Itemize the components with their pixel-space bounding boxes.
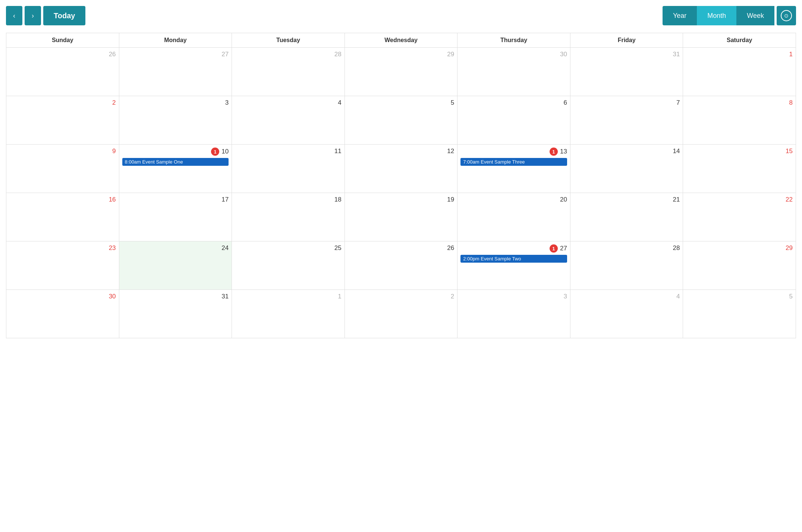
date-number: 12 <box>447 148 454 155</box>
cell-date: 8 <box>686 99 793 107</box>
cell-date: 21 <box>573 196 680 203</box>
cell-date: 2 <box>9 99 116 107</box>
date-number: 26 <box>109 51 116 58</box>
calendar-cell[interactable]: 25 <box>232 241 345 290</box>
date-number: 14 <box>673 148 680 155</box>
year-view-button[interactable]: Year <box>663 6 697 25</box>
cell-date: 22 <box>686 196 793 203</box>
calendar-cell[interactable]: 9 <box>6 145 119 193</box>
calendar-cell[interactable]: 26 <box>345 241 458 290</box>
date-number: 24 <box>221 244 229 252</box>
next-button[interactable]: › <box>25 6 41 25</box>
date-number: 4 <box>338 99 341 107</box>
cell-date: 17 <box>122 196 229 203</box>
date-number: 27 <box>221 51 229 58</box>
calendar-cell[interactable]: 24 <box>119 241 232 290</box>
calendar-cell[interactable]: 22 <box>683 193 796 241</box>
download-button[interactable]: ⊙ <box>777 6 796 25</box>
calendar-cell[interactable]: 3 <box>119 96 232 145</box>
date-number: 29 <box>786 244 793 252</box>
date-number: 30 <box>560 51 567 58</box>
calendar-grid: 2627282930311234567891108:00am Event Sam… <box>6 48 796 338</box>
calendar-cell[interactable]: 2 <box>6 96 119 145</box>
calendar-cell[interactable]: 15 <box>683 145 796 193</box>
calendar-cell[interactable]: 17 <box>119 193 232 241</box>
calendar-cell[interactable]: 1272:00pm Event Sample Two <box>457 241 570 290</box>
calendar-cell[interactable]: 2 <box>345 290 458 338</box>
calendar-cell[interactable]: 3 <box>457 290 570 338</box>
cell-date: 3 <box>460 293 567 300</box>
day-headers: Sunday Monday Tuesday Wednesday Thursday… <box>6 33 796 48</box>
calendar-cell[interactable]: 7 <box>570 96 683 145</box>
date-number: 1 <box>789 51 793 58</box>
calendar-cell[interactable]: 4 <box>232 96 345 145</box>
calendar-cell[interactable]: 29 <box>683 241 796 290</box>
month-view-button[interactable]: Month <box>697 6 736 25</box>
calendar-cell[interactable]: 8 <box>683 96 796 145</box>
calendar-cell[interactable]: 28 <box>570 241 683 290</box>
cell-date: 4 <box>573 293 680 300</box>
calendar-cell[interactable]: 30 <box>457 48 570 96</box>
event-pill[interactable]: 8:00am Event Sample One <box>122 158 229 166</box>
calendar-cell[interactable]: 5 <box>345 96 458 145</box>
calendar-cell[interactable]: 28 <box>232 48 345 96</box>
cell-date: 31 <box>122 293 229 300</box>
cell-date: 31 <box>573 51 680 58</box>
calendar-cell[interactable]: 6 <box>457 96 570 145</box>
date-number: 10 <box>221 148 229 155</box>
date-number: 4 <box>676 293 680 300</box>
cell-date: 1 <box>235 293 342 300</box>
calendar-cell[interactable]: 26 <box>6 48 119 96</box>
date-number: 23 <box>109 244 116 252</box>
cell-date: 9 <box>9 148 116 155</box>
cell-date: 28 <box>235 51 342 58</box>
date-number: 3 <box>563 293 567 300</box>
cell-date: 20 <box>460 196 567 203</box>
download-icon: ⊙ <box>781 10 792 21</box>
calendar-cell[interactable]: 16 <box>6 193 119 241</box>
header-wednesday: Wednesday <box>345 33 458 48</box>
calendar-cell[interactable]: 27 <box>119 48 232 96</box>
today-button[interactable]: Today <box>43 6 85 25</box>
date-number: 6 <box>563 99 567 107</box>
cell-date: 30 <box>460 51 567 58</box>
date-number: 29 <box>447 51 454 58</box>
calendar-cell[interactable]: 29 <box>345 48 458 96</box>
cell-date: 113 <box>460 148 567 156</box>
calendar-cell[interactable]: 23 <box>6 241 119 290</box>
calendar-cell[interactable]: 19 <box>345 193 458 241</box>
date-number: 26 <box>447 244 454 252</box>
calendar-cell[interactable]: 30 <box>6 290 119 338</box>
event-pill[interactable]: 2:00pm Event Sample Two <box>460 255 567 263</box>
toolbar: ‹ › Today Year Month Week ⊙ <box>6 6 796 25</box>
calendar-cell[interactable]: 31 <box>570 48 683 96</box>
calendar-cell[interactable]: 1 <box>683 48 796 96</box>
date-number: 31 <box>673 51 680 58</box>
calendar-cell[interactable]: 4 <box>570 290 683 338</box>
calendar-cell[interactable]: 31 <box>119 290 232 338</box>
date-number: 17 <box>221 196 229 203</box>
header-monday: Monday <box>119 33 232 48</box>
cell-date: 30 <box>9 293 116 300</box>
calendar-cell[interactable]: 1108:00am Event Sample One <box>119 145 232 193</box>
calendar-cell[interactable]: 11 <box>232 145 345 193</box>
calendar-cell[interactable]: 18 <box>232 193 345 241</box>
calendar-cell[interactable]: 1 <box>232 290 345 338</box>
event-pill[interactable]: 7:00am Event Sample Three <box>460 158 567 166</box>
calendar-cell[interactable]: 1137:00am Event Sample Three <box>457 145 570 193</box>
date-number: 30 <box>109 293 116 300</box>
event-badge: 1 <box>550 244 558 253</box>
calendar-cell[interactable]: 14 <box>570 145 683 193</box>
calendar-cell[interactable]: 5 <box>683 290 796 338</box>
calendar-cell[interactable]: 21 <box>570 193 683 241</box>
cell-date: 11 <box>235 148 342 155</box>
calendar-cell[interactable]: 12 <box>345 145 458 193</box>
date-number: 3 <box>225 99 229 107</box>
cell-date: 16 <box>9 196 116 203</box>
cell-date: 5 <box>686 293 793 300</box>
header-friday: Friday <box>570 33 683 48</box>
week-view-button[interactable]: Week <box>736 6 774 25</box>
header-saturday: Saturday <box>683 33 796 48</box>
prev-button[interactable]: ‹ <box>6 6 22 25</box>
calendar-cell[interactable]: 20 <box>457 193 570 241</box>
